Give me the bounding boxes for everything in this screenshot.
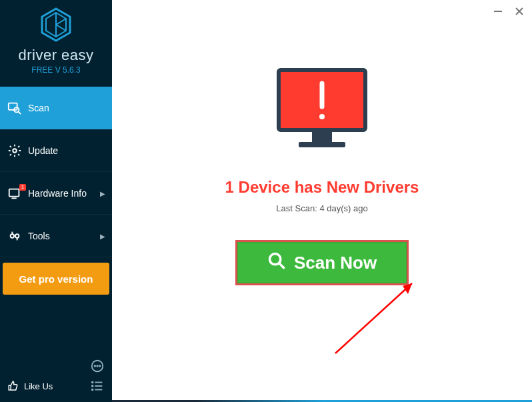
- brand-name: driver easy: [0, 47, 112, 64]
- svg-line-7: [19, 111, 21, 114]
- svg-point-17: [97, 365, 97, 366]
- like-us-button[interactable]: Like Us: [5, 380, 53, 392]
- svg-rect-29: [312, 131, 332, 142]
- scan-now-button[interactable]: Scan Now: [235, 240, 409, 285]
- headline-text: 1 Device has New Drivers: [225, 178, 419, 197]
- tools-icon: [5, 229, 24, 243]
- svg-rect-5: [9, 103, 17, 109]
- close-button[interactable]: [513, 5, 525, 17]
- sidebar-bottom: Like Us: [0, 353, 112, 402]
- app-logo-icon: [38, 7, 74, 43]
- svg-line-3: [56, 19, 66, 25]
- scan-icon: [5, 101, 24, 115]
- chevron-right-icon: ▶: [100, 189, 105, 197]
- get-pro-label: Get pro version: [19, 273, 93, 285]
- svg-line-35: [335, 283, 412, 353]
- sidebar-item-hardware-info[interactable]: 1 Hardware Info ▶: [0, 172, 112, 215]
- minimize-button[interactable]: [492, 5, 504, 17]
- svg-line-4: [56, 25, 66, 31]
- magnifier-icon: [267, 251, 286, 275]
- svg-point-8: [13, 149, 17, 153]
- logo-area: driver easy FREE V 5.6.3: [0, 0, 112, 80]
- main-content: 1 Device has New Drivers Last Scan: 4 da…: [112, 0, 532, 402]
- sidebar-item-label: Scan: [28, 103, 49, 113]
- svg-point-12: [15, 234, 19, 238]
- sidebar-item-update[interactable]: Update: [0, 129, 112, 172]
- svg-line-34: [279, 263, 284, 268]
- svg-point-11: [11, 234, 14, 238]
- get-pro-button[interactable]: Get pro version: [3, 263, 109, 295]
- svg-point-18: [99, 365, 100, 366]
- sidebar-item-tools[interactable]: Tools ▶: [0, 215, 112, 257]
- sidebar-item-scan[interactable]: Scan: [0, 87, 112, 129]
- svg-point-33: [269, 253, 280, 264]
- chevron-right-icon: ▶: [100, 232, 105, 239]
- hardware-badge: 1: [19, 184, 26, 191]
- svg-point-19: [92, 382, 93, 383]
- menu-list-icon[interactable]: [89, 378, 105, 394]
- sidebar-item-label: Tools: [28, 231, 50, 241]
- chat-icon[interactable]: [89, 358, 105, 374]
- brand-version: FREE V 5.6.3: [0, 65, 112, 75]
- annotation-arrow: [332, 277, 425, 357]
- svg-rect-9: [9, 189, 19, 196]
- sidebar-item-label: Update: [28, 145, 58, 156]
- scan-now-label: Scan Now: [294, 253, 377, 273]
- sidebar-item-label: Hardware Info: [28, 188, 87, 199]
- alert-monitor-icon: [272, 67, 372, 159]
- svg-rect-30: [299, 142, 345, 147]
- svg-point-21: [92, 385, 93, 387]
- window-controls: [492, 5, 525, 17]
- like-us-label: Like Us: [24, 381, 53, 391]
- gear-icon: [5, 143, 24, 158]
- hardware-icon: 1: [5, 186, 24, 201]
- svg-point-16: [95, 365, 95, 366]
- sidebar: driver easy FREE V 5.6.3 Scan: [0, 0, 112, 402]
- last-scan-text: Last Scan: 4 day(s) ago: [276, 203, 367, 213]
- svg-point-23: [92, 389, 93, 391]
- sidebar-nav: Scan Update 1: [0, 87, 112, 295]
- svg-point-32: [319, 114, 325, 119]
- thumbs-up-icon: [5, 380, 21, 392]
